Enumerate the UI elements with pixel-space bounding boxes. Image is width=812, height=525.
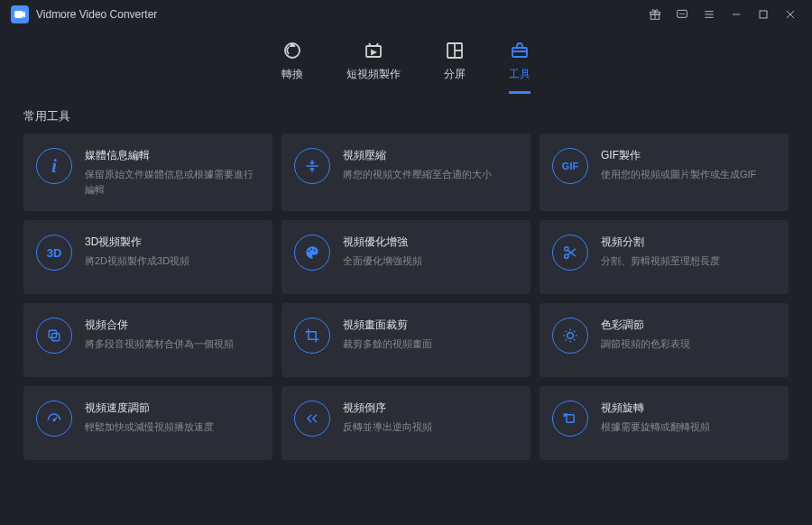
svg-point-30 <box>567 333 574 339</box>
svg-rect-0 <box>15 12 23 18</box>
gif-icon: GIF <box>552 148 588 184</box>
svg-point-22 <box>310 248 312 250</box>
card-desc: 保留原始文件媒體信息或根據需要進行編輯 <box>85 167 260 197</box>
card-video-reverse[interactable]: 視頻倒序 反轉並導出逆向視頻 <box>281 386 531 460</box>
svg-rect-33 <box>567 415 574 422</box>
svg-point-32 <box>53 419 55 421</box>
card-title: 視頻旋轉 <box>601 401 776 416</box>
menu-icon[interactable] <box>698 4 720 25</box>
card-desc: 根據需要旋轉或翻轉視頻 <box>601 419 776 435</box>
mv-icon <box>363 40 384 61</box>
card-title: 視頻畫面裁剪 <box>343 318 518 333</box>
merge-icon <box>36 318 72 354</box>
tab-label: 短視頻製作 <box>346 67 401 82</box>
card-title: 視頻分割 <box>601 235 776 250</box>
card-speed-adjust[interactable]: 視頻速度調節 輕鬆加快或減慢視頻播放速度 <box>23 386 272 460</box>
toolbox-icon <box>509 40 531 61</box>
card-desc: 將2D視頻製作成3D視頻 <box>85 253 260 269</box>
tab-convert[interactable]: 轉換 <box>281 40 303 94</box>
tab-mv[interactable]: 短視頻製作 <box>346 40 401 94</box>
card-video-crop[interactable]: 視頻畫面裁剪 裁剪多餘的視頻畫面 <box>281 303 531 377</box>
tools-grid: i 媒體信息編輯 保留原始文件媒體信息或根據需要進行編輯 視頻壓縮 將您的視頻文… <box>0 134 812 460</box>
compress-icon <box>294 148 330 184</box>
card-gif-maker[interactable]: GIF GIF製作 使用您的視頻或圖片製作或生成GIF <box>540 134 789 211</box>
tab-label: 轉換 <box>281 67 303 82</box>
rotate-icon <box>552 401 588 437</box>
three-d-icon: 3D <box>36 235 72 271</box>
card-desc: 全面優化增強視頻 <box>343 253 518 269</box>
svg-point-4 <box>680 14 681 14</box>
card-title: GIF製作 <box>601 148 776 163</box>
titlebar: Vidmore Video Converter <box>0 0 812 29</box>
card-title: 視頻倒序 <box>343 401 518 416</box>
svg-point-21 <box>309 250 310 252</box>
tab-label: 工具 <box>509 67 531 82</box>
card-desc: 裁剪多餘的視頻畫面 <box>343 336 518 352</box>
crop-icon <box>294 318 330 354</box>
card-title: 視頻壓縮 <box>343 148 518 163</box>
scissors-icon <box>552 235 588 271</box>
card-desc: 調節視頻的色彩表現 <box>601 336 776 352</box>
tab-collage[interactable]: 分屏 <box>444 40 466 94</box>
card-video-merge[interactable]: 視頻合併 將多段音視頻素材合併為一個視頻 <box>23 303 272 377</box>
card-title: 視頻優化增強 <box>343 235 518 250</box>
svg-point-25 <box>565 254 568 258</box>
collage-icon <box>444 40 466 61</box>
info-icon: i <box>36 148 72 184</box>
gift-icon[interactable] <box>644 4 666 25</box>
svg-rect-19 <box>512 48 527 57</box>
tab-toolbox[interactable]: 工具 <box>509 40 531 94</box>
card-color-adjust[interactable]: 色彩調節 調節視頻的色彩表現 <box>540 303 789 377</box>
card-video-enhance[interactable]: 視頻優化增強 全面優化增強視頻 <box>281 220 531 294</box>
close-button[interactable] <box>780 4 801 25</box>
brightness-icon <box>552 318 588 354</box>
reverse-icon <box>294 401 330 437</box>
feedback-icon[interactable] <box>671 4 693 25</box>
svg-point-23 <box>314 250 316 252</box>
speed-icon <box>36 401 72 437</box>
svg-point-6 <box>684 14 685 14</box>
card-desc: 輕鬆加快或減慢視頻播放速度 <box>85 419 260 435</box>
card-media-metadata[interactable]: i 媒體信息編輯 保留原始文件媒體信息或根據需要進行編輯 <box>23 134 272 211</box>
card-desc: 將您的視頻文件壓縮至合適的大小 <box>343 167 518 182</box>
maximize-button[interactable] <box>752 4 774 25</box>
svg-point-24 <box>565 247 568 251</box>
card-desc: 分割、剪輯視頻至理想長度 <box>601 253 776 269</box>
card-desc: 反轉並導出逆向視頻 <box>343 419 518 435</box>
section-title: 常用工具 <box>0 94 812 134</box>
card-3d-maker[interactable]: 3D 3D視頻製作 將2D視頻製作成3D視頻 <box>23 220 272 294</box>
card-title: 媒體信息編輯 <box>85 148 260 163</box>
card-title: 視頻速度調節 <box>85 401 260 416</box>
minimize-button[interactable] <box>725 4 747 25</box>
card-video-trim[interactable]: 視頻分割 分割、剪輯視頻至理想長度 <box>540 220 789 294</box>
card-desc: 將多段音視頻素材合併為一個視頻 <box>85 336 260 352</box>
tab-label: 分屏 <box>444 67 466 82</box>
svg-point-5 <box>682 14 683 14</box>
app-logo <box>11 5 29 23</box>
convert-icon <box>281 40 303 61</box>
card-title: 色彩調節 <box>601 318 776 333</box>
card-video-compress[interactable]: 視頻壓縮 將您的視頻文件壓縮至合適的大小 <box>281 134 531 211</box>
palette-icon <box>294 235 330 271</box>
main-tabs: 轉換 短視頻製作 分屏 工具 <box>0 29 812 94</box>
card-video-rotate[interactable]: 視頻旋轉 根據需要旋轉或翻轉視頻 <box>540 386 789 460</box>
card-title: 視頻合併 <box>85 318 260 333</box>
app-title: Vidmore Video Converter <box>36 8 157 21</box>
card-desc: 使用您的視頻或圖片製作或生成GIF <box>601 167 776 182</box>
card-title: 3D視頻製作 <box>85 235 260 250</box>
svg-rect-11 <box>760 11 767 18</box>
